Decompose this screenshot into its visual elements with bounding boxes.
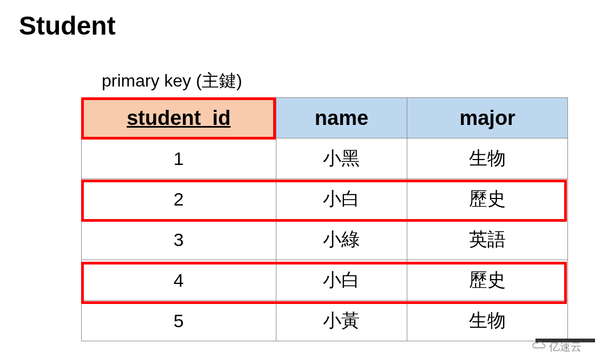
table-row: 2 小白 歷史 (82, 179, 568, 220)
col-header-student-id: student_id (82, 98, 276, 138)
cell-major: 英語 (407, 220, 568, 260)
page-title: Student (19, 11, 116, 41)
cell-name: 小白 (276, 260, 407, 301)
cell-id: 5 (82, 301, 276, 341)
table-row: 5 小黃 生物 (82, 301, 568, 341)
student-table-container: student_id name major 1 小黑 生物 2 小白 歷史 3 … (81, 97, 568, 341)
cloud-icon (532, 341, 547, 353)
cell-major: 歷史 (407, 260, 568, 301)
cell-major: 歷史 (407, 179, 568, 220)
cell-id: 3 (82, 220, 276, 260)
primary-key-label: primary key (主鍵) (102, 69, 242, 93)
table-row: 3 小綠 英語 (82, 220, 568, 260)
cell-name: 小黑 (276, 138, 407, 179)
cell-id: 4 (82, 260, 276, 301)
col-header-name: name (276, 98, 407, 138)
table-header-row: student_id name major (82, 98, 568, 138)
cell-id: 2 (82, 179, 276, 220)
student-table: student_id name major 1 小黑 生物 2 小白 歷史 3 … (81, 97, 568, 341)
cell-id: 1 (82, 138, 276, 179)
cell-name: 小綠 (276, 220, 407, 260)
watermark-text: 亿速云 (549, 340, 581, 354)
cell-major: 生物 (407, 301, 568, 341)
cell-major: 生物 (407, 138, 568, 179)
table-row: 4 小白 歷史 (82, 260, 568, 301)
cell-name: 小黃 (276, 301, 407, 341)
col-header-major: major (407, 98, 568, 138)
watermark: 亿速云 (532, 340, 581, 354)
cell-name: 小白 (276, 179, 407, 220)
table-row: 1 小黑 生物 (82, 138, 568, 179)
